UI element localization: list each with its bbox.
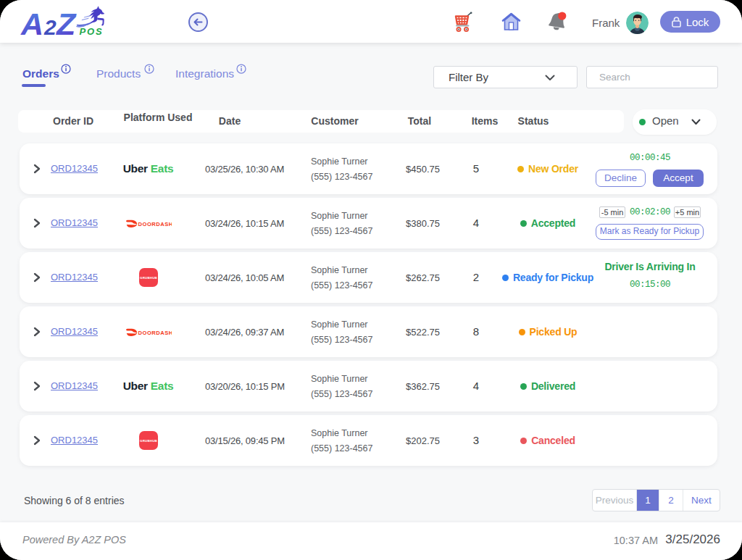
svg-text:GRUBHUB: GRUBHUB [140,439,157,443]
svg-text:DOORDASH: DOORDASH [138,221,172,227]
svg-text:2: 2 [43,15,57,39]
svg-text:GRUBHUB: GRUBHUB [140,276,157,280]
svg-text:A: A [20,7,42,38]
svg-text:POS: POS [80,26,104,37]
svg-text:Z: Z [55,7,77,38]
svg-text:DOORDASH: DOORDASH [138,330,172,336]
